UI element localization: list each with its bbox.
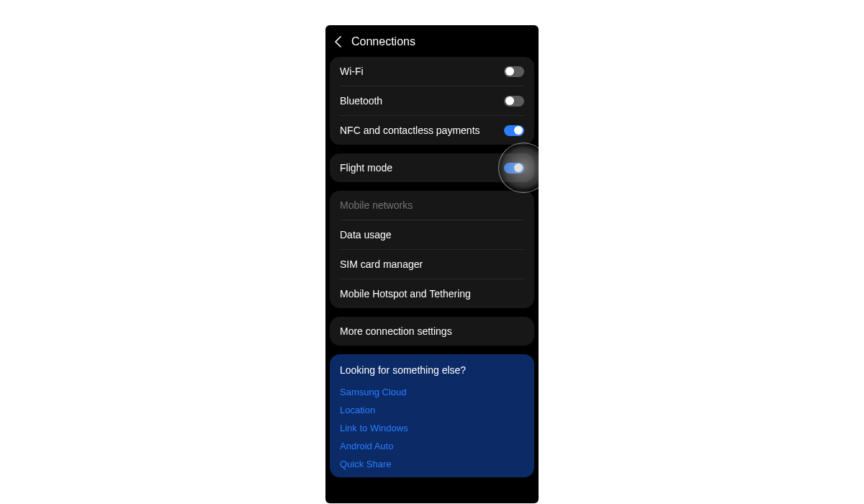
phone-screen: Connections Wi-Fi Bluetooth NFC and cont… <box>325 25 539 503</box>
row-label: Mobile Hotspot and Tethering <box>340 288 471 300</box>
suggest-card: Looking for something else? Samsung Clou… <box>330 354 534 477</box>
row-more-connection-settings[interactable]: More connection settings <box>330 317 534 346</box>
row-data-usage[interactable]: Data usage <box>330 220 534 249</box>
toggle-flight-mode[interactable] <box>504 163 524 174</box>
row-label: SIM card manager <box>340 258 423 270</box>
suggest-link-quick-share[interactable]: Quick Share <box>340 455 524 473</box>
settings-group: Mobile networks Data usage SIM card mana… <box>330 191 534 308</box>
row-label: Wi-Fi <box>340 66 364 77</box>
settings-group: Flight mode <box>330 153 534 182</box>
toggle-nfc[interactable] <box>504 125 524 136</box>
row-label: More connection settings <box>340 325 452 337</box>
page-title: Connections <box>351 35 415 48</box>
toggle-wifi[interactable] <box>504 66 524 77</box>
row-label: Bluetooth <box>340 95 382 107</box>
suggest-link-samsung-cloud[interactable]: Samsung Cloud <box>340 383 524 401</box>
toggle-bluetooth[interactable] <box>504 96 524 107</box>
row-label: Flight mode <box>340 162 392 174</box>
settings-group: Wi-Fi Bluetooth NFC and contactless paym… <box>330 57 534 145</box>
row-mobile-hotspot[interactable]: Mobile Hotspot and Tethering <box>330 279 534 308</box>
row-flight-mode[interactable]: Flight mode <box>330 153 534 182</box>
row-mobile-networks: Mobile networks <box>330 191 534 220</box>
suggest-link-location[interactable]: Location <box>340 401 524 419</box>
row-bluetooth[interactable]: Bluetooth <box>330 86 534 115</box>
suggest-title: Looking for something else? <box>340 364 524 376</box>
settings-group: More connection settings <box>330 317 534 346</box>
row-sim-card-manager[interactable]: SIM card manager <box>330 250 534 279</box>
row-label: Mobile networks <box>340 199 413 211</box>
back-icon[interactable] <box>334 36 341 48</box>
row-nfc[interactable]: NFC and contactless payments <box>330 116 534 145</box>
suggest-link-android-auto[interactable]: Android Auto <box>340 437 524 455</box>
row-label: NFC and contactless payments <box>340 125 480 136</box>
header: Connections <box>325 25 539 57</box>
row-wifi[interactable]: Wi-Fi <box>330 57 534 86</box>
row-label: Data usage <box>340 229 392 240</box>
suggest-link-link-to-windows[interactable]: Link to Windows <box>340 419 524 437</box>
